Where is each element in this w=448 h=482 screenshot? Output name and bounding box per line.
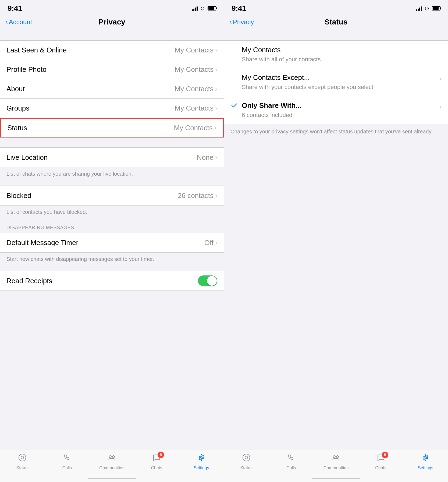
left-status-bar: 9:41 ⊜	[0, 0, 224, 15]
right-back-button[interactable]: ‹ Privacy	[229, 18, 254, 26]
toggle-thumb	[207, 276, 217, 286]
chats-tab-icon: 5	[152, 453, 161, 464]
about-item[interactable]: About My Contacts ›	[0, 79, 224, 99]
live-location-description: List of chats where you are sharing your…	[0, 167, 224, 181]
tab-status-left[interactable]: Status	[0, 453, 45, 470]
wifi-icon: ⊜	[200, 5, 205, 12]
live-location-item[interactable]: Live Location None ›	[0, 148, 224, 167]
timer-item[interactable]: Default Message Timer Off ›	[0, 233, 224, 252]
right-chats-badge: 5	[382, 452, 388, 458]
only-share-left: Only Share With... 6 contacts included	[230, 101, 439, 119]
svg-point-0	[19, 454, 26, 461]
right-home-indicator	[312, 478, 360, 479]
svg-point-8	[336, 456, 339, 458]
signal-icon	[192, 6, 198, 11]
tab-communities-left[interactable]: Communities	[90, 453, 134, 470]
only-share-option[interactable]: Only Share With... 6 contacts included ›	[224, 96, 448, 124]
timer-label: Default Message Timer	[6, 239, 78, 247]
left-time: 9:41	[8, 4, 22, 13]
live-location-value: None	[197, 153, 214, 162]
back-label[interactable]: Account	[9, 18, 32, 26]
my-contacts-left: My Contacts Share with all of your conta…	[230, 45, 442, 63]
status-tab-icon	[18, 453, 27, 464]
right-communities-tab-label: Communities	[323, 466, 349, 470]
tab-chats-left[interactable]: 5 Chats	[134, 453, 179, 470]
tab-communities-right[interactable]: Communities	[314, 453, 358, 470]
profile-photo-label: Profile Photo	[6, 65, 47, 74]
profile-photo-item[interactable]: Profile Photo My Contacts ›	[0, 60, 224, 79]
last-seen-chevron-icon: ›	[215, 47, 217, 54]
read-receipts-section: Read Receipts	[0, 271, 224, 291]
only-share-text: Only Share With... 6 contacts included	[242, 101, 439, 119]
about-right: My Contacts ›	[175, 85, 218, 93]
left-back-button[interactable]: ‹ Account	[5, 18, 32, 26]
status-value: My Contacts	[174, 124, 213, 132]
groups-label: Groups	[6, 104, 29, 112]
right-chats-tab-icon: 5	[376, 453, 385, 464]
right-back-chevron-icon: ‹	[229, 18, 232, 25]
timer-value: Off	[204, 239, 214, 247]
privacy-section-1: Last Seen & Online My Contacts › Profile…	[0, 40, 224, 138]
profile-photo-right: My Contacts ›	[175, 65, 218, 74]
svg-point-7	[333, 456, 335, 458]
tab-settings-right[interactable]: Settings	[403, 453, 448, 470]
my-contacts-title: My Contacts	[242, 45, 442, 55]
read-receipts-toggle[interactable]	[198, 275, 217, 286]
chats-badge-left: 5	[158, 452, 164, 458]
about-chevron-icon: ›	[215, 85, 217, 93]
blocked-section: Blocked 26 contacts ›	[0, 186, 224, 205]
timer-right: Off ›	[204, 239, 217, 247]
read-receipts-item[interactable]: Read Receipts	[0, 271, 224, 290]
svg-point-3	[112, 456, 115, 458]
groups-right: My Contacts ›	[175, 104, 218, 112]
live-location-chevron-icon: ›	[215, 154, 217, 161]
left-tab-bar: Status Calls Communities	[0, 450, 224, 482]
chats-tab-label-left: Chats	[151, 466, 162, 470]
right-tab-bar: Status Calls Communities	[224, 450, 448, 482]
left-status-icons: ⊜	[192, 5, 216, 12]
status-tab-label-left: Status	[16, 466, 29, 470]
right-chats-tab-label: Chats	[375, 466, 386, 470]
svg-point-4	[200, 457, 202, 459]
right-content: My Contacts Share with all of your conta…	[224, 31, 448, 482]
tab-calls-left[interactable]: Calls	[45, 453, 89, 470]
privacy-note: Changes to your privacy settings won't a…	[224, 124, 448, 139]
last-seen-right: My Contacts ›	[175, 46, 218, 54]
my-contacts-except-option[interactable]: My Contacts Except... Share with your co…	[224, 68, 448, 96]
my-contacts-option[interactable]: My Contacts Share with all of your conta…	[224, 41, 448, 68]
only-share-chevron-icon: ›	[439, 103, 442, 110]
tab-status-right[interactable]: Status	[224, 453, 269, 470]
groups-chevron-icon: ›	[215, 105, 217, 112]
tab-chats-right[interactable]: 5 Chats	[358, 453, 403, 470]
status-label: Status	[7, 124, 27, 132]
blocked-right: 26 contacts ›	[178, 192, 217, 200]
timer-section: Default Message Timer Off ›	[0, 233, 224, 253]
right-status-bar: 9:41 ⊜	[224, 0, 448, 15]
right-page-title: Status	[325, 18, 348, 26]
my-contacts-text: My Contacts Share with all of your conta…	[242, 45, 442, 63]
my-contacts-subtitle: Share with all of your contacts	[242, 56, 442, 63]
groups-item[interactable]: Groups My Contacts ›	[0, 99, 224, 118]
left-panel: 9:41 ⊜ ‹ Account Privacy Last Seen	[0, 0, 224, 482]
right-back-label[interactable]: Privacy	[233, 18, 254, 26]
blocked-item[interactable]: Blocked 26 contacts ›	[0, 186, 224, 205]
right-calls-tab-icon	[287, 453, 296, 464]
tab-settings-left[interactable]: Settings	[179, 453, 224, 470]
left-home-indicator	[88, 478, 136, 479]
groups-value: My Contacts	[175, 104, 214, 112]
right-settings-tab-icon	[421, 453, 430, 464]
right-status-tab-label: Status	[240, 466, 253, 470]
right-status-icons: ⊜	[416, 5, 440, 12]
blocked-description: List of contacts you have blocked.	[0, 205, 224, 219]
svg-point-5	[243, 454, 250, 461]
right-time: 9:41	[232, 4, 246, 13]
right-calls-tab-label: Calls	[286, 466, 296, 470]
svg-point-1	[21, 456, 24, 459]
left-content: Last Seen & Online My Contacts › Profile…	[0, 31, 224, 482]
status-item[interactable]: Status My Contacts ›	[0, 118, 224, 137]
last-seen-item[interactable]: Last Seen & Online My Contacts ›	[0, 41, 224, 60]
right-communities-tab-icon	[332, 453, 340, 464]
only-share-check-icon	[230, 102, 238, 109]
communities-tab-label-left: Communities	[99, 466, 124, 470]
tab-calls-right[interactable]: Calls	[269, 453, 314, 470]
